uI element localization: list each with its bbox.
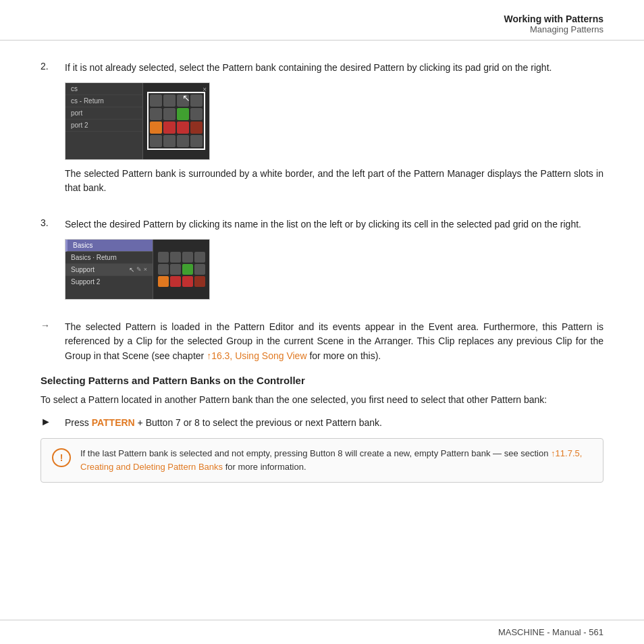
pad-r4c3[interactable] (177, 135, 189, 147)
ss2-pad-grid (158, 252, 205, 287)
pad2-r3c2[interactable] (170, 276, 181, 287)
ss2-row-support: Support ↖ ✎ × (65, 264, 153, 276)
pad2-r1c1[interactable] (158, 252, 169, 263)
delete-icon[interactable]: × (144, 266, 147, 273)
pad2-r1c2[interactable] (170, 252, 181, 263)
bullet-item-pattern: ► Press PATTERN + Button 7 or 8 to selec… (41, 416, 603, 431)
page-footer: MASCHINE - Manual - 561 (0, 620, 644, 644)
screenshot-2: Basics Basics · Return Support ↖ ✎ × Sup… (65, 239, 210, 300)
ss2-support-label: Support (71, 266, 95, 273)
ss1-row-port2: port 2 (65, 119, 142, 132)
ss1-row-cs-return: cs - Return (65, 95, 142, 107)
pad-r3c3[interactable] (177, 122, 189, 134)
step-2: 2. If it is not already selected, select… (41, 61, 603, 204)
note-text-before: If the last Pattern bank is selected and… (80, 448, 551, 458)
bullet-text: Press PATTERN + Button 7 or 8 to select … (65, 416, 603, 431)
step-2-caption: The selected Pattern bank is surrounded … (65, 167, 603, 196)
arrow-text-after: for more on this). (307, 350, 381, 361)
pad-r4c1[interactable] (150, 135, 162, 147)
step-3-number: 3. (41, 217, 65, 228)
pad-r1c1[interactable] (150, 95, 162, 107)
pad2-r3c3[interactable] (182, 276, 193, 287)
pad-r1c4[interactable] (190, 95, 203, 107)
arrow-symbol: → (41, 320, 65, 331)
step-2-text: If it is not already selected, select th… (65, 61, 603, 76)
ss1-pad-grid-selected (147, 92, 205, 150)
pad2-r2c1[interactable] (158, 264, 169, 275)
ss2-row-basics-return: Basics · Return (65, 252, 153, 264)
pad2-r2c4[interactable] (194, 264, 205, 275)
pad2-r1c4[interactable] (194, 252, 205, 263)
bullet-text-after: + Button 7 or 8 to select the previous o… (135, 417, 382, 428)
ss1-row-cs: cs (65, 83, 142, 95)
cursor-icon-2: ↖ (129, 266, 134, 273)
ss1-close-button[interactable]: × (203, 86, 207, 93)
chapter-title: Working with Patterns (41, 14, 603, 24)
ss1-pad-grid (150, 95, 203, 147)
ss2-left-panel: Basics Basics · Return Support ↖ ✎ × Sup… (65, 240, 153, 299)
pad-r1c2[interactable] (163, 95, 176, 107)
footer-text: MASCHINE - Manual - 561 (498, 627, 603, 637)
pad2-r1c3[interactable] (182, 252, 193, 263)
page-header: Working with Patterns Managing Patterns (0, 0, 644, 41)
ss1-row-port: port (65, 107, 142, 119)
step-3: 3. Select the desired Pattern by clickin… (41, 217, 603, 306)
arrow-text: The selected Pattern is loaded in the Pa… (65, 320, 603, 364)
pad-r2c3[interactable] (177, 108, 189, 120)
pad-r2c4[interactable] (190, 108, 203, 120)
section-heading: Selecting Patterns and Pattern Banks on … (41, 375, 603, 386)
step-2-content: If it is not already selected, select th… (65, 61, 603, 204)
section-body: To select a Pattern located in another P… (41, 393, 603, 408)
bullet-text-before: Press (65, 417, 92, 428)
arrow-result: → The selected Pattern is loaded in the … (41, 320, 603, 364)
note-icon-symbol: ! (60, 452, 63, 463)
pad-r2c1[interactable] (150, 108, 162, 120)
edit-icon[interactable]: ✎ (136, 266, 142, 273)
page-content: 2. If it is not already selected, select… (0, 41, 644, 516)
ss2-row-basics: Basics (65, 240, 153, 252)
pad2-r3c4[interactable] (194, 276, 205, 287)
pad2-r3c1[interactable] (158, 276, 169, 287)
ss1-right-panel: × ↖ (143, 83, 209, 159)
pad-r3c2[interactable] (163, 122, 176, 134)
step-3-text: Select the desired Pattern by clicking i… (65, 217, 603, 232)
note-icon: ! (52, 448, 71, 467)
page: Working with Patterns Managing Patterns … (0, 0, 644, 644)
pad2-r2c3[interactable] (182, 264, 193, 275)
cursor-icon: ↖ (182, 92, 190, 103)
ss1-left-panel: cs cs - Return port port 2 (65, 83, 143, 159)
pad-r2c2[interactable] (163, 108, 176, 120)
pad-r4c2[interactable] (163, 135, 176, 147)
pad2-r2c2[interactable] (170, 264, 181, 275)
pad-r3c4[interactable] (190, 122, 203, 134)
pattern-keyword: PATTERN (92, 417, 135, 428)
bullet-symbol: ► (41, 416, 65, 428)
ss2-support-actions: ↖ ✎ × (129, 266, 147, 273)
ss2-right-panel (153, 240, 209, 299)
note-text-after: for more information. (223, 462, 306, 472)
pad-r3c1[interactable] (150, 122, 162, 134)
note-box: ! If the last Pattern bank is selected a… (41, 438, 603, 483)
note-text: If the last Pattern bank is selected and… (80, 447, 592, 474)
ss2-row-support2: Support 2 (65, 276, 153, 288)
step-3-content: Select the desired Pattern by clicking i… (65, 217, 603, 306)
screenshot-1: cs cs - Return port port 2 × ↖ (65, 82, 210, 160)
step-2-number: 2. (41, 61, 65, 72)
section-title: Managing Patterns (41, 24, 603, 34)
pad-r4c4[interactable] (190, 135, 203, 147)
song-view-link[interactable]: ↑16.3, Using Song View (207, 350, 306, 361)
